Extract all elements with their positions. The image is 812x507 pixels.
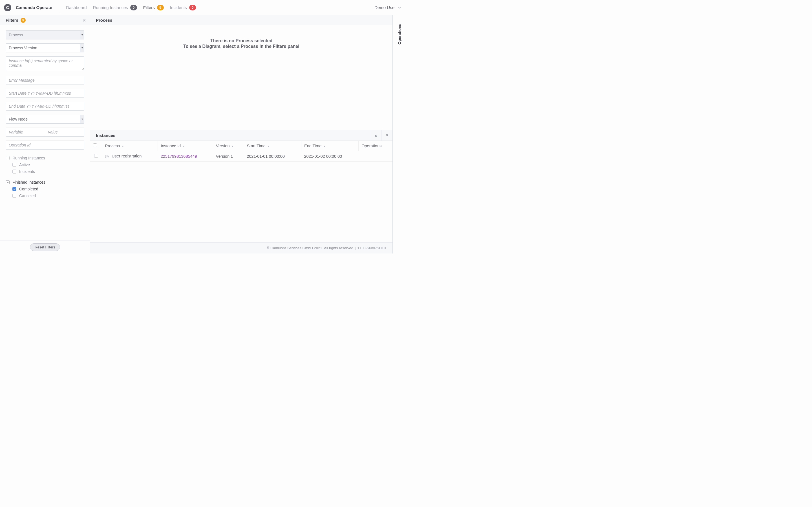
state-filter-group: Running Instances Active Incidents Finis… (6, 156, 84, 198)
checkbox-icon (12, 163, 16, 167)
row-end-time: 2021-01-02 00:00:00 (301, 151, 358, 162)
operations-panel-collapsed[interactable]: Operations (393, 15, 406, 253)
flow-node-select[interactable]: Flow Node (6, 115, 84, 124)
col-start-time[interactable]: Start Time ▾ (244, 141, 301, 151)
nav-running-label: Running Instances (93, 5, 128, 10)
collapse-down-icon (374, 133, 378, 137)
user-name: Demo User (374, 5, 396, 10)
row-instance-id-link[interactable]: 2251799813685449 (161, 154, 197, 159)
row-version: Version 1 (213, 151, 244, 162)
app-title: Camunda Operate (16, 5, 52, 10)
filters-count-badge: 5 (20, 18, 26, 23)
nav-separator (60, 4, 60, 11)
user-menu[interactable]: Demo User (374, 5, 401, 10)
nav-incidents-badge: 0 (189, 5, 196, 10)
top-nav: Dashboard Running Instances 0 Filters 5 … (66, 5, 196, 10)
nav-incidents[interactable]: Incidents 0 (170, 5, 196, 10)
nav-running-instances[interactable]: Running Instances 0 (93, 5, 137, 10)
col-start-label: Start Time (247, 144, 266, 148)
checkbox-checked-icon (12, 187, 16, 191)
completed-checkbox[interactable]: Completed (12, 187, 84, 191)
nav-incidents-label: Incidents (170, 5, 187, 10)
completed-state-icon (105, 155, 109, 159)
col-operations: Operations (359, 141, 393, 151)
col-process[interactable]: Process ▾ (102, 141, 158, 151)
app-footer: © Camunda Services GmbH 2021. All rights… (90, 242, 393, 253)
sort-icon: ▾ (324, 145, 325, 148)
end-date-input[interactable] (6, 102, 84, 111)
sort-icon: ▾ (232, 145, 234, 148)
instances-table: Process ▾ Instance Id ▾ Version ▾ Start … (90, 141, 393, 162)
row-process-name: User registration (112, 154, 142, 158)
sort-icon: ▾ (268, 145, 269, 148)
active-checkbox[interactable]: Active (12, 163, 84, 167)
collapse-down-button[interactable] (370, 130, 381, 141)
filters-footer: Reset Filters (0, 240, 90, 253)
filters-title: Filters (6, 18, 18, 22)
canceled-checkbox[interactable]: Canceled (12, 193, 84, 198)
operations-panel-label: Operations (397, 24, 402, 45)
collapse-up-button[interactable] (381, 130, 393, 141)
diagram-empty-line2: To see a Diagram, select a Process in th… (183, 44, 299, 49)
col-version-label: Version (216, 144, 230, 148)
running-instances-label: Running Instances (12, 156, 45, 160)
finished-instances-checkbox[interactable]: Finished Instances (6, 180, 84, 184)
app-header: C Camunda Operate Dashboard Running Inst… (0, 0, 406, 15)
variable-input[interactable] (6, 128, 45, 136)
value-input[interactable] (45, 128, 85, 136)
nav-running-badge: 0 (130, 5, 137, 10)
reset-filters-button[interactable]: Reset Filters (30, 243, 60, 251)
checkbox-icon (12, 194, 16, 198)
checkbox-indeterminate-icon (6, 180, 10, 184)
canceled-label: Canceled (19, 193, 36, 198)
diagram-empty-line1: There is no Process selected (210, 38, 273, 43)
nav-filters-label: Filters (143, 5, 155, 10)
running-instances-checkbox[interactable]: Running Instances (6, 156, 84, 160)
process-version-select[interactable]: Process Version (6, 43, 84, 52)
col-operations-label: Operations (361, 144, 382, 148)
active-label: Active (19, 163, 30, 167)
incidents-label: Incidents (19, 169, 35, 174)
col-end-label: End Time (304, 144, 321, 148)
row-start-time: 2021-01-01 00:00:00 (244, 151, 301, 162)
select-all-checkbox[interactable] (93, 144, 97, 147)
operation-id-input[interactable] (6, 140, 84, 150)
filters-header: Filters 5 (0, 15, 90, 25)
nav-filters[interactable]: Filters 5 (143, 5, 164, 10)
nav-dashboard[interactable]: Dashboard (66, 5, 87, 10)
col-version[interactable]: Version ▾ (213, 141, 244, 151)
sort-desc-icon: ▾ (122, 145, 124, 148)
filters-sidebar: Filters 5 Process Process Version (0, 15, 90, 253)
col-instance-id[interactable]: Instance Id ▾ (158, 141, 213, 151)
instances-title: Instances (96, 133, 115, 138)
table-row[interactable]: User registration 2251799813685449 Versi… (90, 151, 393, 162)
chevron-down-icon (398, 6, 401, 9)
start-date-input[interactable] (6, 89, 84, 98)
filters-body: Process Process Version Flow Node (0, 25, 90, 240)
completed-label: Completed (19, 187, 38, 191)
instances-header: Instances (90, 130, 393, 141)
sort-icon: ▾ (183, 145, 185, 148)
incidents-checkbox[interactable]: Incidents (12, 169, 84, 174)
svg-rect-0 (7, 182, 8, 182)
row-checkbox[interactable] (94, 154, 98, 158)
col-instance-id-label: Instance Id (161, 144, 181, 148)
collapse-up-icon (385, 133, 389, 137)
diagram-area: There is no Process selected To see a Di… (90, 25, 393, 130)
checkbox-icon (6, 156, 10, 160)
col-process-label: Process (105, 144, 120, 148)
content-area: Process There is no Process selected To … (90, 15, 393, 253)
process-select[interactable]: Process (6, 31, 84, 40)
col-end-time[interactable]: End Time ▾ (301, 141, 358, 151)
finished-instances-label: Finished Instances (12, 180, 45, 184)
nav-filters-badge: 5 (157, 5, 164, 10)
checkbox-icon (12, 170, 16, 173)
collapse-left-icon (83, 18, 87, 22)
main: Filters 5 Process Process Version (0, 15, 406, 253)
collapse-sidebar-button[interactable] (79, 15, 90, 25)
app-logo: C (4, 4, 11, 11)
instance-ids-input[interactable] (6, 56, 84, 71)
error-message-input[interactable] (6, 76, 84, 85)
process-panel-header: Process (90, 15, 393, 25)
row-operations (359, 151, 393, 162)
